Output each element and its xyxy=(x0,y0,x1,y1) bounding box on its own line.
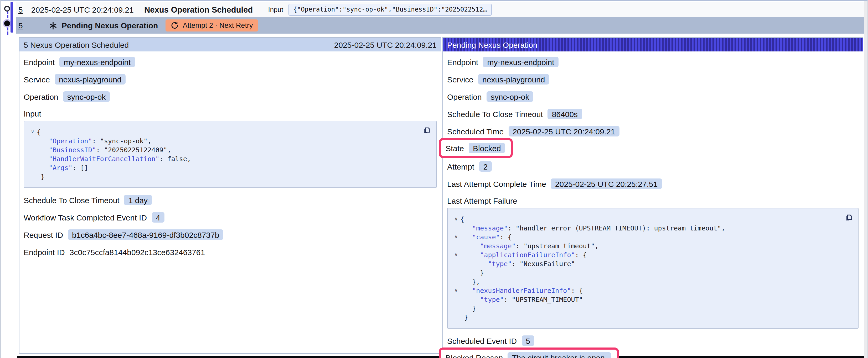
code-segment: "type" xyxy=(480,295,504,304)
code-segment xyxy=(460,259,488,268)
chevron-gutter xyxy=(452,313,460,322)
code-line: "type": "NexusFailure" xyxy=(452,259,851,268)
vertical-scrollbar[interactable] xyxy=(864,1,867,358)
code-segment: : [] xyxy=(72,163,88,172)
code-segment xyxy=(460,295,480,304)
code-line: } xyxy=(452,304,851,313)
timeline-open-circle-icon xyxy=(4,6,10,11)
field-value-badge: 86400s xyxy=(548,109,582,119)
code-segment: "Args" xyxy=(49,163,72,172)
chevron-gutter xyxy=(28,154,37,163)
code-line: "Args": [] xyxy=(28,163,429,172)
copy-icon[interactable] xyxy=(423,126,431,134)
event-timestamp: 2025-02-25 UTC 20:24:09.21 xyxy=(31,5,134,14)
code-segment: : false, xyxy=(159,154,191,163)
code-segment: : "NexusFailure" xyxy=(512,259,575,268)
timeline-filled-circle-icon xyxy=(4,21,10,26)
field-last-attempt-complete-time: Last Attempt Complete Time 2025-02-25 UT… xyxy=(447,178,859,190)
event-title: Nexus Operation Scheduled xyxy=(144,5,253,14)
chevron-gutter xyxy=(452,304,460,313)
input-preview-chip[interactable]: {"Operation":"sync-op-ok","BusinessID":"… xyxy=(288,4,492,16)
selected-event-indicator-bar xyxy=(10,2,13,33)
collapse-chevron-icon[interactable]: ∨ xyxy=(452,286,460,295)
chevron-gutter xyxy=(452,224,460,232)
field-endpoint-id: Endpoint ID 3c0c75ccfa8144b092c13ce63246… xyxy=(24,246,437,258)
retry-badge-label: Attempt 2 · Next Retry xyxy=(183,22,253,29)
pending-operation-panel-header: Pending Nexus Operation xyxy=(443,38,863,52)
code-line: ∨ "cause": { xyxy=(452,232,851,241)
code-segment: : "handler error (UPSTREAM_TIMEOUT): ups… xyxy=(508,224,725,232)
event-row-pending-nexus-operation[interactable]: 5 Pending Nexus Operation Attempt 2 · Ne… xyxy=(16,17,867,34)
code-line: } xyxy=(452,313,851,322)
code-segment: { xyxy=(460,215,464,224)
field-value-badge: 5 xyxy=(522,335,534,346)
event-row-nexus-operation-scheduled[interactable]: 5 2025-02-25 UTC 20:24:09.21 Nexus Opera… xyxy=(16,2,867,17)
field-schedule-to-close-timeout: Schedule To Close Timeout 86400s xyxy=(447,108,859,120)
code-segment xyxy=(37,154,49,163)
code-line: } xyxy=(28,172,429,181)
code-line: "HandlerWaitForCancellation": false, xyxy=(28,154,429,163)
field-operation: Operation sync-op-ok xyxy=(447,91,859,102)
panel-header-timestamp: 2025-02-25 UTC 20:24:09.21 xyxy=(334,40,437,49)
pending-asterisk-icon xyxy=(49,21,58,30)
collapse-chevron-icon[interactable]: ∨ xyxy=(28,128,37,136)
field-value-badge: 2 xyxy=(479,161,492,172)
blocked-reason-badge: The circuit breaker is open. xyxy=(507,352,611,358)
code-line: } xyxy=(452,268,851,277)
field-value-badge: 1 day xyxy=(124,195,152,205)
code-segment xyxy=(37,145,49,154)
code-line: ∨{ xyxy=(28,128,429,136)
field-value-badge: sync-op-ok xyxy=(63,91,110,102)
field-workflow-task-completed-event-id: Workflow Task Completed Event ID 4 xyxy=(24,211,437,223)
code-segment xyxy=(460,232,472,241)
code-line: ∨{ xyxy=(452,215,851,224)
collapse-chevron-icon[interactable]: ∨ xyxy=(452,232,460,241)
code-line: ∨ "applicationFailureInfo": { xyxy=(452,250,851,259)
code-segment xyxy=(460,224,472,232)
scheduled-event-panel-body: Endpoint my-nexus-endpoint Service nexus… xyxy=(20,52,441,268)
blocked-reason-highlight-box: Blocked Reason The circuit breaker is op… xyxy=(439,348,619,358)
failure-section-label: Last Attempt Failure xyxy=(447,195,859,206)
chevron-gutter xyxy=(452,295,460,304)
field-value-badge: 2025-02-25 UTC 20:24:09.21 xyxy=(508,126,619,136)
code-segment: } xyxy=(37,172,45,181)
code-segment: "type" xyxy=(488,259,512,268)
copy-icon[interactable] xyxy=(844,213,853,222)
field-value-badge: b1c6a4bc-8ee7-468a-9169-df3b02c8737b xyxy=(68,229,223,240)
chevron-gutter xyxy=(28,163,37,172)
code-line: ∨ "nexusHandlerFailureInfo": { xyxy=(452,286,851,295)
scheduled-event-panel: 5 Nexus Operation Scheduled 2025-02-25 U… xyxy=(19,37,441,354)
field-service: Service nexus-playground xyxy=(24,73,437,85)
code-segment: : "20250225122409", xyxy=(96,145,171,154)
code-segment xyxy=(37,163,49,172)
code-line: "message": "upstream timeout", xyxy=(452,241,851,250)
code-segment xyxy=(37,136,49,145)
panel-header-title: 5 Nexus Operation Scheduled xyxy=(24,40,129,49)
pending-operation-panel-body: Endpoint my-nexus-endpoint Service nexus… xyxy=(443,52,863,358)
field-state: State Blocked xyxy=(447,138,859,158)
endpoint-id-link[interactable]: 3c0c75ccfa8144b092c13ce632463761 xyxy=(70,248,205,256)
code-segment: "HandlerWaitForCancellation" xyxy=(49,154,159,163)
code-segment: : "sync-op-ok", xyxy=(92,136,152,145)
state-highlight-box: State Blocked xyxy=(439,138,513,158)
field-value-badge: 4 xyxy=(152,212,164,223)
collapse-chevron-icon[interactable]: ∨ xyxy=(452,250,460,259)
pending-event-title: Pending Nexus Operation xyxy=(62,21,158,30)
code-segment xyxy=(460,286,472,295)
code-segment: }, xyxy=(460,277,480,286)
code-segment: : "UPSTREAM_TIMEOUT" xyxy=(504,295,583,304)
chevron-gutter xyxy=(452,277,460,286)
event-id-link[interactable]: 5 xyxy=(19,5,23,14)
code-segment xyxy=(460,250,480,259)
field-value-badge: my-nexus-endpoint xyxy=(483,57,558,67)
failure-json-viewer: ∨{ "message": "handler error (UPSTREAM_T… xyxy=(447,208,859,329)
collapse-chevron-icon[interactable]: ∨ xyxy=(452,215,460,224)
field-scheduled-event-id: Scheduled Event ID 5 xyxy=(447,335,859,347)
field-value-badge: my-nexus-endpoint xyxy=(59,57,135,67)
field-endpoint: Endpoint my-nexus-endpoint xyxy=(447,56,859,68)
field-value-badge: sync-op-ok xyxy=(487,91,533,102)
pending-event-id-link[interactable]: 5 xyxy=(19,21,23,30)
code-line: "BusinessID": "20250225122409", xyxy=(28,145,429,154)
retry-attempt-badge: Attempt 2 · Next Retry xyxy=(165,20,258,32)
code-segment: "Operation" xyxy=(49,136,92,145)
